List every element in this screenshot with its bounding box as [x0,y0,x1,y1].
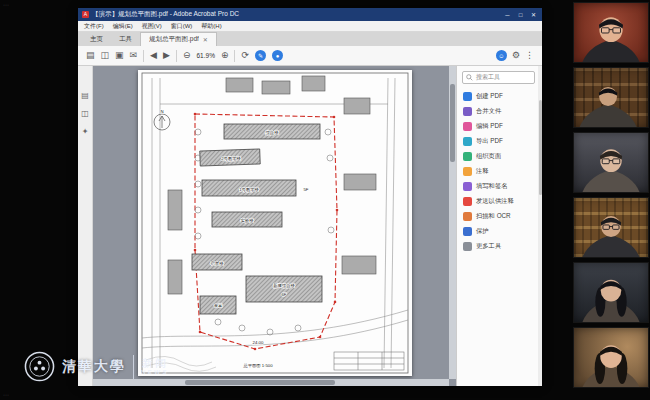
email-icon[interactable]: ✉ [130,51,138,60]
tool-item[interactable]: 扫描和 OCR [457,209,542,224]
tab-row: 主页 工具 规划总平面图.pdf ✕ [78,32,542,46]
more-options-icon[interactable]: ⋮ [525,51,534,60]
toolbar-separator [143,50,144,62]
tool-item[interactable]: 组织页面 [457,149,542,164]
horizontal-scrollbar-thumb[interactable] [185,380,335,385]
menu-window[interactable]: 窗口(W) [171,22,193,31]
tool-item-label: 组织页面 [476,152,501,161]
site-buildings [192,124,322,314]
tool-icon [463,122,472,131]
tool-item[interactable]: 发送以供注释 [457,194,542,209]
person-silhouette [574,133,648,192]
site-plan-drawing: N 综合楼 2号教学楼 [138,70,412,376]
tool-item[interactable]: 填写和签名 [457,179,542,194]
north-arrow: N [154,109,170,130]
toolbar-separator [234,50,235,62]
layers-icon[interactable]: ✦ [82,128,89,136]
zoom-in-icon[interactable]: ⊕ [221,51,229,60]
left-navigation-rail: ▤ ◫ ✦ [78,66,93,386]
university-name: 清華大學 [62,358,126,376]
print-icon[interactable]: ▣ [115,51,124,60]
tool-item-label: 编辑 PDF [476,122,503,131]
tools-search-placeholder: 搜索工具 [476,73,500,82]
meeting-overlay-top: ⋯ [3,1,9,8]
bookmarks-icon[interactable]: ◫ [81,110,89,118]
menu-edit[interactable]: 编辑(E) [113,22,133,31]
tool-item[interactable]: 注释 [457,164,542,179]
svg-text:24.00: 24.00 [252,340,263,345]
person-silhouette [574,328,648,387]
tool-item-label: 扫描和 OCR [476,212,511,221]
tool-list: 创建 PDF 合并文件 编辑 PDF 导出 PDF 组织页面 [457,88,542,386]
save-icon[interactable]: ◫ [101,51,110,60]
tool-item-label: 更多工具 [476,242,501,251]
tool-item-label: 合并文件 [476,107,501,116]
tool-item-label: 发送以供注释 [476,197,514,206]
news-label-cn: 新闻 [142,357,168,370]
open-file-icon[interactable]: ▤ [86,51,95,60]
document-viewport: N 综合楼 2号教学楼 [93,66,456,386]
maximize-button[interactable]: □ [514,12,527,18]
tool-item[interactable]: 创建 PDF [457,89,542,104]
search-icon [466,74,473,81]
next-page-icon[interactable]: ▶ [163,51,170,60]
participant-video-3[interactable] [573,132,649,193]
tab-close-icon[interactable]: ✕ [203,36,208,43]
participant-video-1[interactable] [573,2,649,63]
participant-video-2[interactable] [573,67,649,128]
tool-icon [463,242,472,251]
menu-help[interactable]: 帮助(H) [201,22,221,31]
meeting-overlay-bottom: ⋯ [3,391,9,398]
close-button[interactable]: ✕ [527,11,540,18]
tool-icon [463,212,472,221]
person-silhouette [574,3,648,62]
window-titlebar: A 【演示】规划总平面图.pdf - Adobe Acrobat Pro DC … [78,8,542,21]
tool-item[interactable]: 编辑 PDF [457,119,542,134]
tools-panel-scrollbar-thumb[interactable] [539,100,542,195]
news-label-en: NEWS [141,369,169,376]
person-silhouette [574,68,648,127]
tab-document[interactable]: 规划总平面图.pdf ✕ [140,32,217,46]
tool-icon [463,152,472,161]
zoom-level[interactable]: 61.9% [196,52,214,59]
site-boundary [193,113,338,351]
rotate-icon[interactable]: ⟳ [241,51,249,60]
vertical-scrollbar-thumb[interactable] [450,84,455,162]
annotate-highlight-button[interactable]: ● [272,50,283,61]
participant-video-5[interactable] [573,262,649,323]
share-button[interactable]: ☺ [496,50,507,61]
prev-page-icon[interactable]: ◀ [150,51,157,60]
minimize-button[interactable]: ─ [501,12,514,18]
tool-icon [463,197,472,206]
tab-tools[interactable]: 工具 [111,32,140,46]
tool-icon [463,167,472,176]
title-block [334,352,404,370]
settings-gear-icon[interactable]: ⚙ [512,51,520,60]
tools-search-input[interactable]: 搜索工具 [462,71,535,84]
tool-item[interactable]: 合并文件 [457,104,542,119]
page-thumbnails-icon[interactable]: ▤ [81,92,89,100]
participant-video-4[interactable] [573,197,649,258]
tool-icon [463,227,472,236]
menu-file[interactable]: 文件(F) [84,22,104,31]
window-title: 【演示】规划总平面图.pdf - Adobe Acrobat Pro DC [92,10,501,19]
tab-document-label: 规划总平面图.pdf [149,35,199,44]
zoom-out-icon[interactable]: ⊖ [183,51,191,60]
tool-item-label: 创建 PDF [476,92,503,101]
svg-text:总平面图 1:500: 总平面图 1:500 [242,363,273,368]
toolbar: ▤ ◫ ▣ ✉ ◀ ▶ ⊖ 61.9% ⊕ ⟳ ✎ ● ☺ ⚙ ⋮ [78,46,542,66]
tool-item[interactable]: 保护 [457,224,542,239]
tool-item[interactable]: 更多工具 [457,239,542,254]
annotate-pointer-button[interactable]: ✎ [255,50,266,61]
menu-bar: 文件(F) 编辑(E) 视图(V) 窗口(W) 帮助(H) [78,21,542,32]
tool-item-label: 注释 [476,167,489,176]
svg-text:6F: 6F [281,292,286,297]
acrobat-logo-icon: A [82,11,89,18]
menu-view[interactable]: 视图(V) [142,22,162,31]
news-watermark: 清華大學 新闻 NEWS [24,351,169,382]
news-badge: 新闻 NEWS [141,357,169,377]
tab-home[interactable]: 主页 [82,32,111,46]
app-content: ▤ ◫ ✦ [78,66,542,386]
tool-item[interactable]: 导出 PDF [457,134,542,149]
participant-video-6[interactable] [573,327,649,388]
